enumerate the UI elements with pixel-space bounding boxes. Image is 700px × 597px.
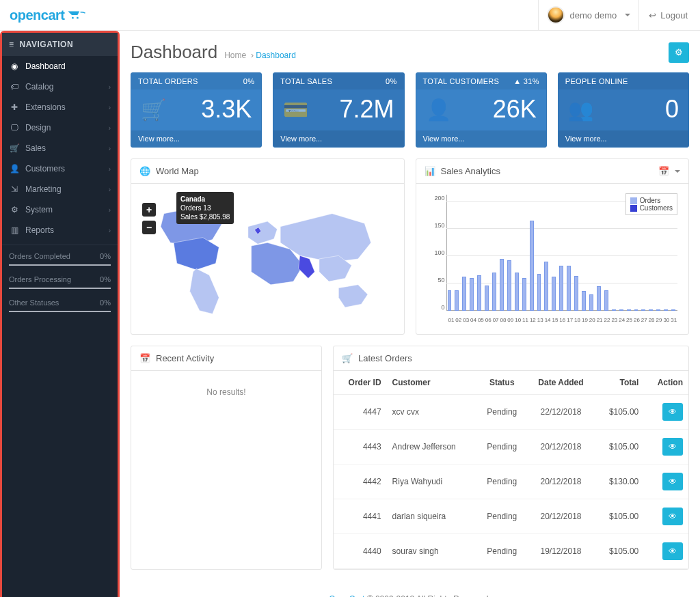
sidebar-item-marketing[interactable]: ⇲Marketing› bbox=[2, 179, 118, 199]
x-tick: 19 bbox=[581, 317, 589, 323]
sidebar-item-reports[interactable]: ▥Reports› bbox=[2, 220, 118, 240]
breadcrumb-current[interactable]: Dashboard bbox=[256, 51, 296, 60]
recent-activity-title: Recent Activity bbox=[156, 353, 214, 363]
footer: OpenCart © 2009-2018 All Rights Reserved… bbox=[120, 581, 700, 597]
avatar bbox=[547, 6, 565, 24]
cell-order-id: 4441 bbox=[334, 499, 387, 534]
bar-orders bbox=[537, 274, 541, 311]
view-order-button[interactable]: 👁 bbox=[662, 542, 683, 560]
bar-orders bbox=[507, 260, 511, 311]
cell-order-id: 4447 bbox=[334, 395, 387, 430]
sidebar-item-dashboard[interactable]: ◉Dashboard bbox=[2, 56, 118, 77]
cell-date: 22/12/2018 bbox=[527, 395, 595, 430]
bar-group bbox=[627, 309, 633, 311]
bar-orders bbox=[522, 278, 526, 311]
tile-total-orders: TOTAL ORDERS0% 🛒3.3K View more... bbox=[131, 72, 262, 148]
chevron-right-icon: › bbox=[109, 145, 111, 152]
dashboard-icon: ◉ bbox=[9, 61, 20, 71]
logout-button[interactable]: ↩ Logout bbox=[638, 0, 688, 31]
cog-icon: ⚙ bbox=[9, 205, 20, 214]
settings-button[interactable]: ⚙ bbox=[669, 42, 689, 63]
tile-people-online: PEOPLE ONLINE 👥0 View more... bbox=[558, 72, 689, 148]
tile-value: 3.3K bbox=[201, 95, 252, 124]
world-map[interactable]: + − Canada Orders 13 Sales $2,805.98 bbox=[138, 191, 397, 327]
zoom-in-button[interactable]: + bbox=[142, 203, 156, 217]
tile-view-more[interactable]: View more... bbox=[131, 130, 261, 147]
bar-group bbox=[470, 278, 476, 311]
legend-customers: Customers bbox=[640, 204, 673, 212]
eye-icon: 👁 bbox=[669, 442, 677, 452]
bar-group bbox=[567, 266, 573, 311]
sidebar-item-label: Dashboard bbox=[25, 61, 66, 71]
x-tick: 11 bbox=[522, 317, 529, 323]
sidebar-item-sales[interactable]: 🛒Sales› bbox=[2, 138, 118, 158]
tile-value: 0 bbox=[665, 95, 679, 124]
bar-orders bbox=[485, 286, 489, 311]
map-tooltip: Canada Orders 13 Sales $2,805.98 bbox=[176, 192, 234, 224]
bar-group bbox=[582, 291, 588, 311]
tooltip-sales: Sales $2,805.98 bbox=[180, 212, 230, 221]
view-order-button[interactable]: 👁 bbox=[662, 473, 683, 490]
stat-value: 0% bbox=[100, 252, 111, 260]
bar-orders bbox=[515, 273, 519, 311]
cell-status: Pending bbox=[477, 534, 527, 569]
sidebar: ≡ NAVIGATION ◉Dashboard🏷Catalog›✚Extensi… bbox=[0, 31, 120, 597]
bar-group bbox=[492, 273, 498, 311]
sidebar-item-design[interactable]: 🖵Design› bbox=[2, 117, 118, 138]
bar-group bbox=[477, 275, 483, 311]
eye-icon: 👁 bbox=[669, 512, 677, 521]
tile-view-more[interactable]: View more... bbox=[273, 130, 403, 147]
x-tick: 07 bbox=[492, 317, 500, 323]
bar-group bbox=[515, 273, 521, 311]
bar-group bbox=[559, 266, 565, 311]
world-map-title: World Map bbox=[156, 166, 199, 176]
user-menu-button[interactable]: demo demo bbox=[538, 0, 639, 31]
analytics-range-button[interactable]: 📅 bbox=[658, 166, 680, 176]
view-order-button[interactable]: 👁 bbox=[662, 403, 683, 421]
view-order-button[interactable]: 👁 bbox=[662, 508, 683, 525]
sales-chart: Orders Customers 200150100500 0102030405… bbox=[423, 191, 682, 327]
bar-orders bbox=[627, 309, 631, 311]
bar-group bbox=[448, 290, 454, 311]
breadcrumb: Home › Dashboard bbox=[224, 51, 296, 60]
bar-orders bbox=[552, 277, 556, 311]
bar-group bbox=[530, 221, 536, 311]
sidebar-item-label: Reports bbox=[25, 225, 54, 235]
cell-total: $105.00 bbox=[595, 430, 644, 464]
col-order-id: Order ID bbox=[334, 371, 387, 395]
bar-orders bbox=[477, 275, 481, 311]
sidebar-item-extensions[interactable]: ✚Extensions› bbox=[2, 97, 118, 117]
sidebar-item-customers[interactable]: 👤Customers› bbox=[2, 158, 118, 179]
sidebar-item-catalog[interactable]: 🏷Catalog› bbox=[2, 77, 118, 97]
sidebar-stat: Orders Completed0% bbox=[2, 248, 118, 271]
x-tick: 06 bbox=[485, 317, 492, 323]
caret-down-icon bbox=[675, 170, 680, 173]
recent-activity-panel: 📅Recent Activity No results! bbox=[131, 346, 322, 570]
logo[interactable]: opencart bbox=[10, 8, 86, 23]
x-tick: 25 bbox=[625, 317, 633, 323]
tile-view-more[interactable]: View more... bbox=[558, 130, 688, 147]
cell-date: 19/12/2018 bbox=[527, 534, 595, 569]
user-icon: 👤 bbox=[9, 164, 20, 173]
bar-group bbox=[619, 309, 625, 311]
footer-brand-link[interactable]: OpenCart bbox=[329, 594, 364, 597]
view-order-button[interactable]: 👁 bbox=[662, 438, 683, 456]
table-row: 4440 sourav singh Pending 19/12/2018 $10… bbox=[334, 534, 688, 569]
zoom-out-button[interactable]: − bbox=[142, 221, 156, 234]
tile-value: 26K bbox=[493, 95, 537, 124]
breadcrumb-home[interactable]: Home bbox=[224, 51, 246, 60]
header-right: demo demo ↩ Logout bbox=[538, 0, 688, 31]
x-tick: 23 bbox=[610, 317, 618, 323]
bar-orders bbox=[448, 290, 452, 311]
nav-header-label: NAVIGATION bbox=[20, 40, 74, 49]
x-tick: 30 bbox=[662, 317, 670, 323]
bar-group bbox=[671, 309, 677, 311]
tile-title: PEOPLE ONLINE bbox=[565, 77, 628, 85]
cart-icon: 🛒 bbox=[9, 143, 20, 153]
chart-icon: 📊 bbox=[425, 166, 435, 176]
table-row: 4443 Andrew Jefferson Pending 20/12/2018… bbox=[334, 430, 688, 464]
svg-point-1 bbox=[77, 17, 79, 19]
chevron-right-icon: › bbox=[109, 165, 111, 173]
sidebar-item-system[interactable]: ⚙System› bbox=[2, 199, 118, 220]
tile-view-more[interactable]: View more... bbox=[416, 130, 546, 147]
